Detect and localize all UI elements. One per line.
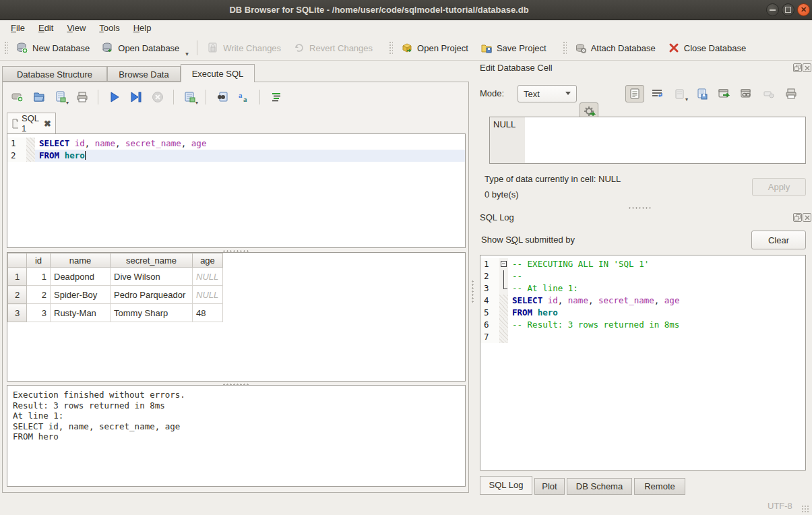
line-number: 2 [480,270,499,282]
save-project-icon [480,42,493,54]
tab-browse-data[interactable]: Browse Data [107,66,181,82]
float-dock-button[interactable] [793,213,802,222]
open-database-label: Open Database [118,43,179,53]
maximize-button[interactable] [782,3,794,16]
save-file-icon [54,90,67,104]
auto-complete-button[interactable]: aa [235,88,253,106]
menu-file[interactable]: File [4,21,32,35]
open-project-button[interactable]: Open Project [395,38,474,57]
mode-select[interactable]: Text [518,85,577,102]
close-dock-icon [805,215,810,220]
find-button[interactable] [213,88,231,106]
save-project-button[interactable]: Save Project [474,38,553,57]
float-dock-button[interactable] [793,63,802,72]
new-database-button[interactable]: New Database [10,38,96,57]
save-cell-as-button[interactable] [693,85,711,102]
cell[interactable]: 1 [27,268,51,286]
attach-database-label: Attach Database [591,43,656,53]
sql-log-title: SQL Log [480,212,514,222]
export-results-icon [183,90,197,104]
sql-editor-line: 2FROM hero [7,150,465,162]
results-header-row: idnamesecret_nameage [8,253,223,268]
fold-margin [499,331,508,343]
sql-log-view[interactable]: 1-- EXECUTING ALL IN 'SQL 1'2--3-- At li… [480,255,806,471]
menu-view[interactable]: View [60,21,92,35]
text-view-button[interactable] [625,85,644,102]
open-link-button[interactable] [737,85,755,102]
print-sql-button[interactable] [73,88,91,106]
close-database-button[interactable]: Close Database [662,38,753,57]
sql-file-tab[interactable]: SQL 1 ✖ [7,113,56,133]
fold-marker-icon[interactable] [501,261,507,267]
row-number-cell[interactable]: 1 [8,268,27,286]
close-sql-tab-icon[interactable]: ✖ [44,119,51,129]
menu-help[interactable]: Help [127,21,158,35]
dock-tab-db-schema[interactable]: DB Schema [567,478,632,495]
save-sql-file-button[interactable]: ▾ [51,88,69,106]
toolbar-drag-handle[interactable] [3,40,8,55]
close-dock-button[interactable] [803,213,811,222]
print-cell-button[interactable] [782,85,800,102]
status-line: SELECT id, name, secret_name, age [13,421,460,432]
toolbar-drag-handle[interactable] [388,40,393,55]
execute-all-button[interactable] [105,88,123,106]
cell[interactable]: Dive Wilson [111,268,193,286]
toolbar-drag-handle[interactable] [562,40,567,55]
splitter-handle[interactable] [628,206,651,209]
open-database-button[interactable]: Open Database [96,38,185,57]
tab-database-structure[interactable]: Database Structure [2,66,107,82]
dock-tab-remote[interactable]: Remote [634,478,685,495]
dock-tab-plot[interactable]: Plot [534,478,565,495]
cell[interactable]: 3 [27,304,51,322]
cell[interactable]: NULL [193,286,223,304]
column-header[interactable]: age [193,253,223,268]
cell[interactable]: Deadpond [51,268,111,286]
svg-text:a: a [239,91,243,99]
code-text: -- [508,270,805,282]
results-grid[interactable]: idnamesecret_nameage11DeadpondDive Wilso… [7,252,466,382]
execution-status-box[interactable]: Execution finished without errors.Result… [7,385,466,487]
sql-editor[interactable]: 1SELECT id, name, secret_name, age2FROM … [7,133,466,248]
export-results-button[interactable]: ▾ [181,88,199,106]
tab-execute-sql[interactable]: Execute SQL [181,64,255,82]
column-header[interactable]: name [51,253,111,268]
cell[interactable]: Rusty-Man [51,304,111,322]
attach-database-button[interactable]: Attach Database [569,38,662,57]
column-header[interactable]: secret_name [111,253,193,268]
cell[interactable]: 2 [27,286,51,304]
fold-marker-icon [503,270,504,282]
export-cell-button[interactable] [715,85,733,102]
splitter-handle[interactable] [222,249,249,252]
stop-icon [151,90,164,104]
cell[interactable]: NULL [193,268,223,286]
vertical-splitter-handle[interactable] [471,280,474,303]
dropdown-arrow-icon: ▾ [195,100,198,106]
cell-content-editor[interactable]: NULL [489,117,806,164]
format-sql-button[interactable] [267,88,285,106]
execute-line-button[interactable] [127,88,145,106]
open-database-dropdown[interactable]: ▾ [185,51,193,60]
cell[interactable]: 48 [193,304,223,322]
word-wrap-button[interactable] [648,85,666,102]
open-file-icon [32,90,46,104]
close-button[interactable]: ✕ [797,3,810,16]
table-row: 11DeadpondDive WilsonNULL [8,268,223,286]
resize-grip[interactable] [801,505,810,514]
play-icon [108,90,121,104]
open-sql-file-button[interactable] [30,88,48,106]
clear-log-button[interactable]: Clear [751,231,806,249]
dock-tab-sql-log[interactable]: SQL Log [480,476,532,495]
cell[interactable]: Spider-Boy [51,286,111,304]
row-number-cell[interactable]: 2 [8,286,27,304]
minimize-button[interactable] [766,3,779,16]
cell[interactable]: Tommy Sharp [111,304,193,322]
open-database-icon [102,42,114,54]
close-dock-button[interactable] [803,63,811,72]
row-number-cell[interactable]: 3 [8,304,27,322]
menu-edit[interactable]: Edit [32,21,60,35]
column-header[interactable]: id [27,253,51,268]
new-sql-tab-button[interactable] [8,88,26,106]
cell[interactable]: Pedro Parqueador [111,286,193,304]
text-document-icon [629,88,640,100]
menu-tools[interactable]: Tools [92,21,126,35]
